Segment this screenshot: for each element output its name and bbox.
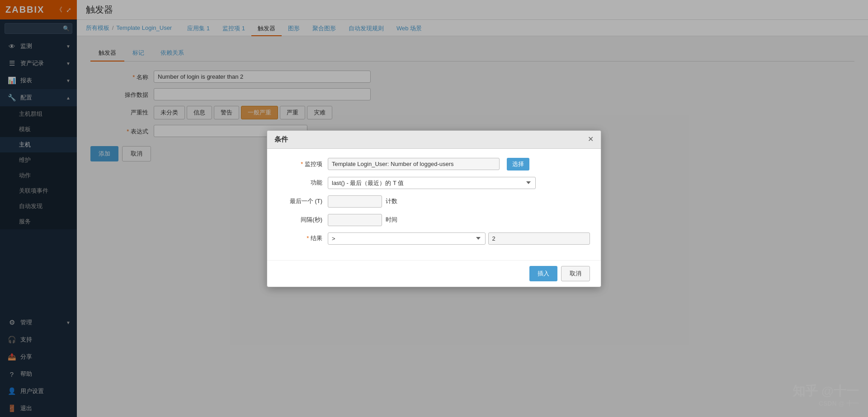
modal-row-interval: 间隔(秒) 时间 bbox=[278, 214, 590, 226]
time-unit: 时间 bbox=[386, 216, 397, 224]
insert-button[interactable]: 插入 bbox=[529, 266, 557, 281]
modal-result-wrap: > >= < <= = <> bbox=[328, 232, 590, 245]
modal-function-input-wrap: last() - 最后（最近）的 T 值 bbox=[328, 177, 590, 189]
select-button[interactable]: 选择 bbox=[507, 158, 529, 171]
result-value-input[interactable] bbox=[488, 232, 590, 245]
modal-monitor-item-row: 选择 bbox=[328, 158, 590, 171]
modal-monitor-item-label: 监控项 bbox=[278, 160, 328, 168]
monitor-item-input[interactable] bbox=[328, 158, 500, 170]
modal-monitor-item-input-wrap: 选择 bbox=[328, 158, 590, 171]
modal-overlay: 条件 ✕ 监控项 选择 功能 last() - 最后（最近）的 T 值 bbox=[0, 0, 868, 417]
last-t-input[interactable] bbox=[328, 195, 382, 208]
modal-row-monitor-item: 监控项 选择 bbox=[278, 158, 590, 171]
modal-last-t-label: 最后一个 (T) bbox=[278, 197, 328, 205]
modal-interval-label: 间隔(秒) bbox=[278, 216, 328, 224]
count-unit: 计数 bbox=[386, 197, 397, 205]
modal-result-row: > >= < <= = <> bbox=[328, 232, 590, 245]
modal-header: 条件 ✕ bbox=[267, 131, 601, 149]
modal-row-last-t: 最后一个 (T) 计数 bbox=[278, 195, 590, 208]
modal-last-t-wrap: 计数 bbox=[328, 195, 590, 208]
modal-row-result: 结果 > >= < <= = <> bbox=[278, 232, 590, 245]
modal-result-label: 结果 bbox=[278, 234, 328, 242]
modal-cancel-button[interactable]: 取消 bbox=[561, 266, 590, 281]
modal-last-t-row: 计数 bbox=[328, 195, 590, 208]
modal-interval-wrap: 时间 bbox=[328, 214, 590, 226]
modal-interval-row: 时间 bbox=[328, 214, 590, 226]
modal-body: 监控项 选择 功能 last() - 最后（最近）的 T 值 bbox=[267, 149, 601, 260]
modal-row-function: 功能 last() - 最后（最近）的 T 值 bbox=[278, 177, 590, 189]
function-select[interactable]: last() - 最后（最近）的 T 值 bbox=[328, 177, 536, 189]
modal-title: 条件 bbox=[274, 135, 288, 144]
modal-close-button[interactable]: ✕ bbox=[588, 136, 594, 143]
condition-modal: 条件 ✕ 监控项 选择 功能 last() - 最后（最近）的 T 值 bbox=[267, 130, 601, 287]
result-operator-select[interactable]: > >= < <= = <> bbox=[328, 232, 486, 245]
interval-input[interactable] bbox=[328, 214, 382, 226]
modal-footer: 插入 取消 bbox=[267, 260, 601, 287]
modal-function-label: 功能 bbox=[278, 179, 328, 187]
